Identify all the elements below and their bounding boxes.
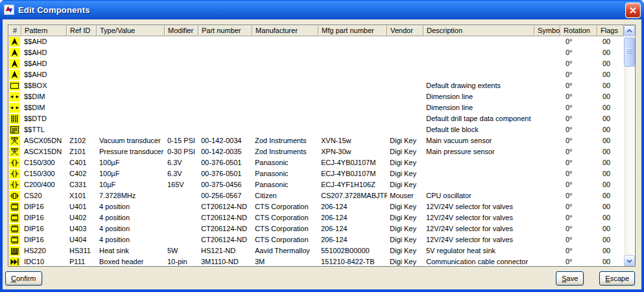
column-header-modifier[interactable]: Modifier (165, 25, 198, 36)
scroll-down-button[interactable] (624, 255, 635, 266)
cell-flags: 00 (597, 201, 624, 212)
cell-mfg_part_number: 206-124 (318, 201, 387, 212)
cell-flags: 00 (597, 168, 624, 179)
cell-ref_id: C331 (67, 179, 97, 190)
table-row[interactable]: $$AHD0°00 (8, 47, 624, 58)
cell-symbol (534, 69, 560, 80)
column-header-num[interactable]: # (8, 25, 21, 36)
escape-button[interactable]: Escape (599, 271, 635, 286)
cell-symbol (534, 179, 560, 190)
cell-modifier: 6.3V (165, 157, 198, 168)
confirm-button[interactable]: Confirm (5, 271, 42, 286)
cell-modifier (165, 47, 198, 58)
table-row[interactable]: $$TTLDefault tile block0°00 (8, 124, 624, 135)
cell-type_value (97, 80, 165, 91)
cell-type_value: 4 position (97, 201, 165, 212)
scroll-up-button[interactable] (624, 25, 635, 36)
cell-num (8, 190, 21, 201)
table-row[interactable]: DIP16U4034 positionCT206124-NDCTS Corpor… (8, 223, 624, 234)
table-row[interactable]: $$DIMDimension line0°00 (8, 102, 624, 113)
table-row[interactable]: $$DTDDefault drill tape data component0°… (8, 113, 624, 124)
cell-manufacturer (252, 47, 318, 58)
cell-description: CPU oscillator (423, 190, 534, 201)
column-header-ref_id[interactable]: Ref ID (67, 25, 97, 36)
cell-ref_id (67, 80, 97, 91)
column-header-manufacturer[interactable]: Manufacturer (252, 25, 318, 36)
table-row[interactable]: DIP16U4044 positionCT206124-NDCTS Corpor… (8, 234, 624, 245)
table-row[interactable]: DIP16U4024 positionCT206124-NDCTS Corpor… (8, 212, 624, 223)
cell-rotation: 0° (560, 47, 597, 58)
cell-vendor: Mouser (387, 190, 423, 201)
column-header-vendor[interactable]: Vendor (387, 25, 423, 36)
cell-mfg_part_number: CS207.3728MABJTR (318, 190, 387, 201)
table-row[interactable]: C200/400C33110µF165V00-375-0456Panasonic… (8, 179, 624, 190)
column-header-symbol[interactable]: Symbol (534, 25, 560, 36)
cell-ref_id: C402 (67, 168, 97, 179)
cell-symbol (534, 190, 560, 201)
cell-pattern: IDC10 (21, 256, 67, 266)
cell-type_value: Pressure transducer (97, 146, 165, 157)
cell-num (8, 212, 21, 223)
cell-manufacturer: CTS Corporation (252, 212, 318, 223)
table-row[interactable]: IDC10P111Boxed header10-pin3M1110-ND3M15… (8, 256, 624, 266)
dimension-icon (9, 92, 20, 102)
cell-description: 12V/24V selector for valves (423, 223, 534, 234)
cell-num (8, 234, 21, 245)
cell-rotation: 0° (560, 113, 597, 124)
cell-part_number: HS121-ND (198, 245, 252, 256)
table-row[interactable]: ASCX15DNZ101Pressure transducer0-30 PSI0… (8, 146, 624, 157)
table-row[interactable]: $$DIMDimension line0°00 (8, 91, 624, 102)
column-header-mfg_part_number[interactable]: Mfg part number (318, 25, 387, 36)
cell-vendor: Digi Key (387, 146, 423, 157)
cell-num (8, 256, 21, 266)
table-row[interactable]: DIP16U4014 positionCT206124-NDCTS Corpor… (8, 201, 624, 212)
cell-symbol (534, 245, 560, 256)
column-header-part_number[interactable]: Part number (198, 25, 252, 36)
cell-ref_id (67, 113, 97, 124)
cell-num (8, 146, 21, 157)
cell-part_number (198, 80, 252, 91)
save-button[interactable]: Save (556, 271, 584, 286)
drill-tape-icon (9, 114, 20, 124)
title-bar[interactable]: Edit Components (0, 0, 644, 19)
table-row[interactable]: CS20X1017.3728MHz00-256-0567CitizenCS207… (8, 190, 624, 201)
app-logo-icon[interactable] (4, 5, 14, 15)
scroll-thumb[interactable] (624, 38, 635, 67)
column-header-description[interactable]: Description (423, 25, 534, 36)
table-row[interactable]: ASCX05DNZ102Vacuum transducer0-15 PSI00-… (8, 135, 624, 146)
table-row[interactable]: $$AHD0°00 (8, 36, 624, 47)
cell-ref_id: Z101 (67, 146, 97, 157)
cell-description: 12V/24V selector for valves (423, 234, 534, 245)
cell-flags: 00 (597, 36, 624, 47)
cell-num (8, 168, 21, 179)
cell-mfg_part_number: XPN-30w (318, 146, 387, 157)
cell-symbol (534, 212, 560, 223)
cell-vendor: Digi Key (387, 245, 423, 256)
cell-part_number (198, 47, 252, 58)
cell-flags: 00 (597, 135, 624, 146)
table-header: #PatternRef IDType/ValueModifierPart num… (8, 25, 624, 36)
close-button[interactable] (625, 3, 641, 18)
cell-mfg_part_number (318, 113, 387, 124)
cell-type_value (97, 102, 165, 113)
cell-num (8, 58, 21, 69)
cell-description (423, 157, 534, 168)
cell-pattern: $$DIM (21, 102, 67, 113)
cell-type_value: 4 position (97, 223, 165, 234)
cell-ref_id: U403 (67, 223, 97, 234)
crystal-icon (9, 191, 20, 201)
cell-vendor: Digi Key (387, 212, 423, 223)
column-header-flags[interactable]: Flags (597, 25, 624, 36)
cell-part_number (198, 102, 252, 113)
column-header-rotation[interactable]: Rotation (560, 25, 597, 36)
table-row[interactable]: $$BOXDefault drawing extents0°00 (8, 80, 624, 91)
table-row[interactable]: $$AHD0°00 (8, 69, 624, 80)
table-row[interactable]: C150/300C402100µF6.3V00-376-0501Panasoni… (8, 168, 624, 179)
column-header-type_value[interactable]: Type/Value (97, 25, 165, 36)
column-header-pattern[interactable]: Pattern (21, 25, 67, 36)
table-row[interactable]: HS220HS311Heat sink5WHS121-NDAavid Therm… (8, 245, 624, 256)
table-row[interactable]: $$AHD0°00 (8, 58, 624, 69)
vertical-scrollbar[interactable] (624, 25, 635, 266)
cell-rotation: 0° (560, 36, 597, 47)
table-row[interactable]: C150/300C401100µF6.3V00-376-0501Panasoni… (8, 157, 624, 168)
